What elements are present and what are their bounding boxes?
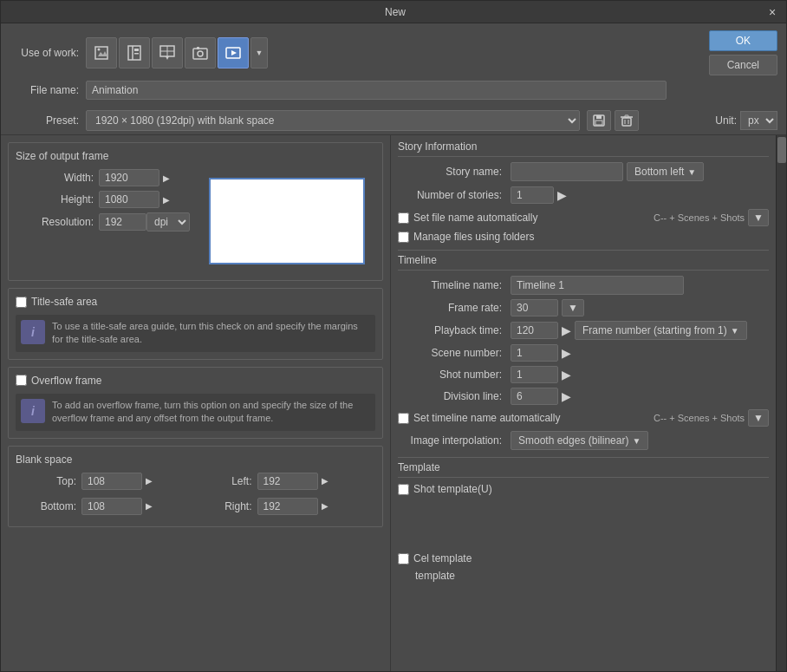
right-increment[interactable]: ▶	[318, 499, 332, 512]
overflow-checkbox[interactable]	[16, 375, 27, 386]
frame-rate-input[interactable]	[511, 299, 558, 316]
shot-template-checkbox[interactable]	[398, 484, 409, 495]
set-timeline-name-dropdown-btn[interactable]: ▼	[748, 409, 769, 427]
preset-delete-icon[interactable]	[615, 110, 639, 131]
height-label: Height:	[16, 193, 94, 206]
svg-rect-17	[595, 121, 602, 125]
division-line-goto[interactable]: ▶	[562, 389, 571, 403]
svg-rect-16	[596, 115, 602, 119]
icon-toolbar-dropdown[interactable]: ▼	[250, 37, 268, 69]
timeline-name-input[interactable]	[511, 276, 684, 295]
animation-icon[interactable]	[218, 37, 249, 69]
template-section: Template Shot template(U)	[398, 461, 769, 582]
frame-rate-dropdown[interactable]: ▼	[562, 299, 584, 316]
right-scroll-content: Story Information Story name: Bottom lef…	[391, 135, 776, 671]
set-timeline-name-dropdown-value: C-- + Scenes + Shots	[654, 413, 745, 423]
overflow-checkbox-label[interactable]: Overflow frame	[16, 375, 101, 387]
title-safe-checkbox[interactable]	[16, 297, 27, 308]
svg-rect-12	[197, 47, 199, 49]
width-increment[interactable]: ▶	[159, 172, 173, 185]
title-bar: New ×	[1, 1, 786, 23]
shot-template-checkbox-label[interactable]: Shot template(U)	[398, 483, 492, 495]
image-interpolation-dropdown[interactable]: Smooth edges (bilinear) ▼	[511, 431, 648, 450]
unit-select[interactable]: px	[740, 111, 777, 130]
top-increment[interactable]: ▶	[142, 474, 156, 487]
resolution-unit-select[interactable]: dpi	[146, 212, 190, 232]
top-label: Top:	[16, 475, 76, 487]
bottom-input[interactable]	[81, 498, 142, 515]
height-input[interactable]	[99, 191, 159, 208]
file-name-input[interactable]	[86, 81, 667, 100]
template-value-label: template	[415, 570, 455, 582]
timeline-name-label: Timeline name:	[398, 279, 502, 291]
icon-toolbar: ▼	[86, 37, 268, 69]
storyboard-icon[interactable]	[119, 37, 150, 69]
cancel-button[interactable]: Cancel	[709, 55, 777, 75]
preset-select[interactable]: 1920 × 1080 (192dpi) with blank space	[86, 110, 580, 131]
set-file-name-checkbox[interactable]	[398, 212, 409, 224]
right-label: Right:	[205, 500, 252, 512]
unit-label: Unit:	[715, 114, 737, 127]
shot-number-input[interactable]	[511, 366, 558, 383]
playback-time-label: Playback time:	[398, 324, 502, 336]
story-name-label: Story name:	[398, 166, 502, 178]
division-line-input[interactable]	[511, 388, 558, 405]
top-input[interactable]	[81, 473, 142, 490]
size-of-output-frame-section: Size of output frame Width: ▶ Height:	[8, 142, 383, 281]
overflow-info-text: To add an overflow frame, turn this opti…	[52, 399, 370, 426]
story-name-dropdown[interactable]: Bottom left ▼	[627, 162, 704, 181]
cel-template-checkbox-label[interactable]: Cel template	[398, 552, 472, 564]
left-increment[interactable]: ▶	[318, 474, 332, 487]
illustration-icon[interactable]	[86, 37, 117, 69]
svg-rect-18	[622, 118, 631, 126]
scene-number-label: Scene number:	[398, 347, 502, 359]
left-label: Left:	[205, 475, 252, 487]
scrollbar-thumb[interactable]	[777, 137, 786, 163]
playback-time-goto[interactable]: ▶	[562, 323, 571, 337]
number-of-stories-goto[interactable]: ▶	[557, 188, 567, 202]
svg-point-11	[198, 51, 203, 56]
set-timeline-name-checkbox[interactable]	[398, 413, 409, 424]
scene-number-input[interactable]	[511, 344, 558, 362]
width-input[interactable]	[99, 169, 159, 186]
size-section-title: Size of output frame	[16, 150, 375, 162]
set-timeline-name-checkbox-label[interactable]: Set timeline name automatically	[398, 412, 560, 424]
story-information-section: Story Information Story name: Bottom lef…	[398, 140, 769, 243]
right-input[interactable]	[257, 498, 318, 515]
template-empty-area	[398, 500, 769, 552]
shot-number-goto[interactable]: ▶	[562, 368, 571, 382]
manage-files-checkbox-label[interactable]: Manage files using folders	[398, 231, 534, 243]
width-label: Width:	[16, 172, 94, 184]
right-scrollbar[interactable]	[776, 135, 786, 671]
scene-number-goto[interactable]: ▶	[562, 346, 571, 360]
set-timeline-name-label: Set timeline name automatically	[413, 412, 560, 424]
story-name-input[interactable]	[511, 162, 623, 181]
playback-time-dropdown[interactable]: Frame number (starting from 1) ▼	[575, 321, 747, 340]
svg-rect-4	[134, 49, 139, 51]
number-of-stories-input[interactable]	[511, 186, 554, 204]
title-safe-checkbox-label[interactable]: Title-safe area	[16, 296, 97, 308]
ok-button[interactable]: OK	[709, 30, 777, 51]
shot-template-label: Shot template(U)	[413, 483, 492, 495]
use-of-work-label: Use of work:	[10, 47, 79, 59]
manage-files-label: Manage files using folders	[413, 231, 534, 243]
set-file-name-checkbox-label[interactable]: Set file name automatically	[398, 212, 537, 224]
settings-icon[interactable]	[185, 37, 216, 69]
bottom-increment[interactable]: ▶	[142, 499, 156, 512]
blank-space-title: Blank space	[16, 453, 375, 466]
cel-template-checkbox[interactable]	[398, 553, 409, 564]
preset-save-icon[interactable]	[587, 110, 611, 131]
overflow-label: Overflow frame	[31, 375, 101, 387]
left-input[interactable]	[257, 473, 318, 490]
manage-files-checkbox[interactable]	[398, 232, 409, 243]
set-file-name-dropdown-btn[interactable]: ▼	[748, 209, 769, 226]
close-button[interactable]: ×	[765, 5, 779, 19]
title-safe-label: Title-safe area	[31, 296, 97, 308]
comic-icon[interactable]	[152, 37, 183, 69]
playback-time-input[interactable]	[511, 322, 558, 339]
resolution-input[interactable]	[99, 213, 146, 231]
svg-marker-14	[231, 50, 237, 55]
height-increment[interactable]: ▶	[159, 193, 173, 206]
template-title: Template	[398, 461, 769, 478]
title-safe-area-section: Title-safe area i To use a title-safe ar…	[8, 288, 383, 360]
